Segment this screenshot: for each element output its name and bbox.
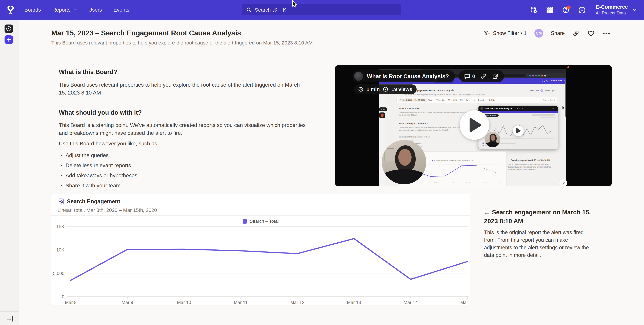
more-options-button[interactable]: ••• xyxy=(603,30,611,36)
list-item: Share it with your team xyxy=(59,182,137,190)
nested-webcam-bubble xyxy=(485,132,500,147)
data-management-icon[interactable] xyxy=(530,6,538,14)
mini-date-toolbar: Mar 9, 2023 – Mar 15, 2023 Today Yesterd… xyxy=(396,97,557,103)
views-eye-icon xyxy=(383,86,388,92)
aside-heading: ← Search engagement on March 15, 2023 8:… xyxy=(484,208,592,226)
board-title: Mar 15, 2023 – Search Engagement Root Ca… xyxy=(51,29,241,37)
mini-project-name: Mixpanel (project 3) xyxy=(551,80,565,81)
play-icon xyxy=(470,118,481,132)
search-input[interactable]: Search ⌘ + K xyxy=(242,4,401,15)
report-title[interactable]: Search Engagement xyxy=(67,198,120,205)
favorite-heart-icon[interactable] xyxy=(587,29,595,37)
chevron-down-icon xyxy=(632,7,637,12)
nested-video-title: What is Root Cause Analysis? xyxy=(484,107,514,110)
doc-heading-2: What should you do with it? xyxy=(59,109,142,116)
svg-text:5,000: 5,000 xyxy=(53,271,64,276)
nav-item-boards[interactable]: Boards xyxy=(24,7,41,13)
nav-item-reports[interactable]: Reports xyxy=(52,7,77,13)
mini-scrollbar xyxy=(565,81,566,117)
svg-text:Mar 13: Mar 13 xyxy=(347,300,361,305)
aside-body: This is the original report the alert wa… xyxy=(484,229,593,259)
line-chart[interactable]: 05,00010K15KMar 8Mar 9Mar 10Mar 11Mar 12… xyxy=(50,223,469,307)
list-item: Adjust the queries xyxy=(59,151,137,159)
mini-board-subtitle: This Board uses relevant properties to h… xyxy=(404,94,498,95)
mini-filter-label: Filter xyxy=(492,99,496,101)
mini-report-x-labels: Mar 9Mar 10Mar 11Mar 12Mar 13Mar 14Mar 1… xyxy=(402,182,503,184)
svg-text:Mar 14: Mar 14 xyxy=(404,300,418,305)
nav-label: Events xyxy=(114,7,130,13)
chart-legend[interactable]: Search – Total xyxy=(243,219,279,224)
link-icon xyxy=(561,181,565,185)
doc-paragraph-1: This Board uses relevant properties to h… xyxy=(59,81,306,97)
compass-icon xyxy=(6,26,12,31)
help-icon[interactable] xyxy=(562,6,570,14)
expand-sidebar-icon[interactable]: →| xyxy=(6,315,13,322)
mini-report-legend: [Content Discovery] Omnisearch Report Li… xyxy=(434,160,474,161)
stop-recording-button xyxy=(379,112,385,118)
apps-grid-icon[interactable] xyxy=(546,6,554,14)
line-chart-icon xyxy=(57,198,64,205)
project-scope: All Project Data xyxy=(596,10,628,15)
nav-label: Reports xyxy=(52,7,70,13)
svg-text:0: 0 xyxy=(62,294,64,299)
clock-icon xyxy=(358,87,364,92)
mixpanel-logo[interactable] xyxy=(6,6,15,14)
mini-board-actions: Hide Filter CM Share 🔗 ♡ ⋯ xyxy=(530,89,558,92)
settings-gear-icon[interactable] xyxy=(578,6,586,14)
project-name: E-Commerce xyxy=(596,4,628,10)
video-play-button[interactable] xyxy=(460,110,489,140)
copy-link-icon[interactable] xyxy=(572,30,580,37)
search-icon xyxy=(246,7,252,12)
svg-text:Mar 15: Mar 15 xyxy=(460,300,469,305)
svg-text:Mar 9: Mar 9 xyxy=(122,300,133,305)
presenter-webcam-bubble xyxy=(382,140,426,184)
chevron-down-icon xyxy=(73,8,77,12)
svg-text:10K: 10K xyxy=(56,248,64,253)
explore-compass-button[interactable] xyxy=(4,24,13,33)
video-comments-button[interactable]: 0 xyxy=(464,73,475,79)
doc-paragraph-2: This Board is a starting point. We’ve au… xyxy=(59,121,311,137)
notification-dot xyxy=(567,5,570,9)
mini-doc-paragraph-1: This Board uses relevant properties to h… xyxy=(399,111,469,116)
video-link-icon[interactable] xyxy=(480,73,487,79)
doc-paragraph-3: Use this Board however you like, such as… xyxy=(59,140,311,148)
board-subtitle: This Board uses relevant properties to h… xyxy=(51,40,313,46)
report-card: Search Engagement Linear, total, Mar 8th… xyxy=(51,194,470,305)
mini-save-to-board: Save to Board xyxy=(543,99,554,101)
legend-swatch xyxy=(243,219,247,224)
open-external-icon[interactable] xyxy=(492,73,499,79)
mouse-cursor xyxy=(292,0,298,8)
nav-item-users[interactable]: Users xyxy=(88,7,102,13)
avatar[interactable]: CM xyxy=(534,29,543,38)
svg-text:Mar 8: Mar 8 xyxy=(65,300,76,305)
add-board-button[interactable] xyxy=(4,35,13,44)
svg-text:15K: 15K xyxy=(56,224,64,229)
nav-item-events[interactable]: Events xyxy=(114,7,130,13)
mini-date-range: Mar 9, 2023 – Mar 15, 2023 xyxy=(402,99,425,101)
mini-aside-body: This is the original report the alert wa… xyxy=(508,163,552,171)
video-stats-pill: 1 min 19 views xyxy=(354,84,416,94)
play-icon xyxy=(516,128,520,133)
video-copy-link-bubble[interactable] xyxy=(559,179,567,186)
presenter-avatar xyxy=(354,72,363,81)
comment-icon xyxy=(464,73,470,79)
video-views: 19 views xyxy=(392,86,412,92)
report-subtitle: Linear, total, Mar 8th, 2020 – Mar 15th,… xyxy=(58,207,157,213)
video-player[interactable]: Mar 15, 2023 - Search Enga... ✕ + ⋮ ✕ Bo… xyxy=(335,65,612,186)
mini-project-scope: All Project Data xyxy=(551,81,565,83)
search-placeholder: Search ⌘ + K xyxy=(255,7,286,13)
share-button[interactable]: Share xyxy=(551,30,565,36)
mini-doc-heading-2: What should you do with it? xyxy=(399,122,428,125)
video-title: What is Root Cause Analysis? xyxy=(367,73,449,80)
main-nav: Boards Reports Users Events xyxy=(24,7,130,13)
nav-label: Boards xyxy=(24,7,41,13)
show-filter-label: Show Filter • 1 xyxy=(493,30,526,36)
list-item: Add takeaways or hypotheses xyxy=(59,172,137,179)
mini-doc-paragraph-2: This Board is a starting point. We’ve au… xyxy=(399,126,466,132)
filter-funnel-icon xyxy=(484,30,490,36)
nested-play-button[interactable] xyxy=(513,125,524,136)
show-filter-button[interactable]: Show Filter • 1 xyxy=(484,30,526,36)
video-actions-pill: 0 xyxy=(459,70,504,82)
list-item: Delete less relevant reports xyxy=(59,161,137,169)
project-switcher[interactable]: E-Commerce All Project Data xyxy=(594,4,637,15)
